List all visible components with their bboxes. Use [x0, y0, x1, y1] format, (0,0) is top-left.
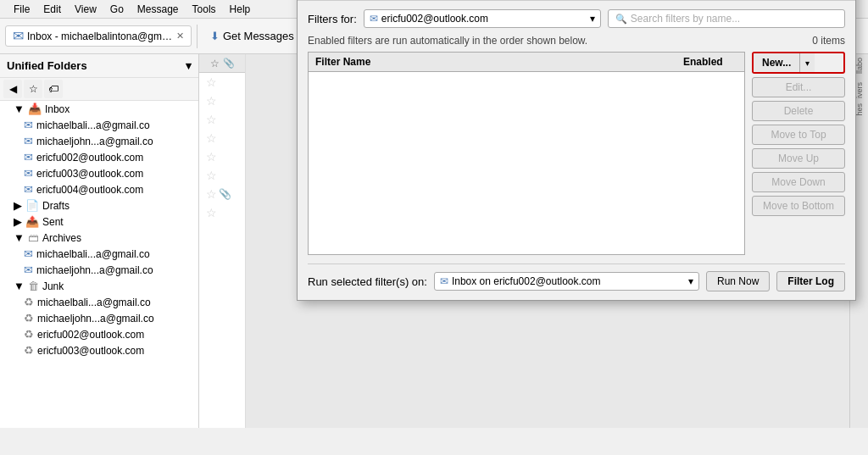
filter-table: Filter Name Enabled	[308, 52, 745, 255]
menu-message[interactable]: Message	[131, 2, 186, 17]
account-mail-icon-4: ✉	[24, 183, 33, 196]
msg-star-row-2: ☆	[199, 110, 245, 129]
sidebar-item-junk-account-0[interactable]: ♻ michaelbali...a@gmail.co	[0, 294, 198, 310]
archive-mail-icon-0: ✉	[24, 247, 33, 260]
sidebar-item-archive-account-1[interactable]: ✉ michaeljohn...a@gmail.co	[0, 262, 198, 278]
menu-edit[interactable]: Edit	[36, 2, 68, 17]
account-mail-icon-2: ✉	[24, 151, 33, 164]
menu-go[interactable]: Go	[103, 2, 131, 17]
msg-list-columns: ☆ 📎 ☆ ☆ ☆ ☆ ☆ ☆ ☆📎 ☆	[199, 54, 246, 428]
star-icon-6[interactable]: ☆	[206, 187, 217, 201]
account-select-value: ericfu002@outlook.com	[381, 13, 488, 25]
run-now-button[interactable]: Run Now	[706, 271, 770, 291]
new-button-group: New... ▾	[752, 52, 845, 74]
sidebar-tool-tag[interactable]: 🏷	[44, 80, 63, 98]
sidebar-item-junk-account-2[interactable]: ♻ ericfu002@outlook.com	[0, 326, 198, 342]
filters-account-select[interactable]: ✉ ericfu002@outlook.com ▾	[364, 9, 601, 28]
msg-star-row-5: ☆	[199, 166, 245, 185]
sidebar-item-archive-account-0[interactable]: ✉ michaelbali...a@gmail.co	[0, 246, 198, 262]
sidebar-item-account-0[interactable]: ✉ michaelbali...a@gmail.co	[0, 117, 198, 133]
filter-actions: New... ▾ Edit... Delete Move to Top Move…	[752, 52, 845, 255]
menu-file[interactable]: File	[7, 2, 36, 17]
items-count: 0 items	[812, 35, 845, 47]
sidebar-item-drafts[interactable]: ▶ 📄 Drafts	[0, 197, 198, 214]
account-mail-icon-3: ✉	[24, 167, 33, 180]
sidebar-item-inbox[interactable]: ▼ 📥 Inbox	[0, 101, 198, 117]
get-messages-icon: ⬇	[210, 30, 220, 42]
new-button[interactable]: New...	[754, 53, 799, 72]
col-enabled: Enabled	[676, 53, 744, 71]
msg-star-row-6: ☆📎	[199, 185, 245, 203]
run-account-mail-icon: ✉	[440, 275, 448, 287]
hes-text: hes	[855, 103, 864, 116]
account-mail-icon-1: ✉	[24, 135, 33, 147]
junk-icon-1: ♻	[24, 312, 34, 325]
sidebar-tool-back[interactable]: ◀	[3, 80, 22, 98]
sidebar-item-account-3[interactable]: ✉ ericfu003@outlook.com	[0, 165, 198, 181]
move-down-button[interactable]: Move Down	[752, 172, 845, 192]
sidebar-title: Unified Folders	[7, 59, 87, 72]
move-to-bottom-button[interactable]: Move to Bottom	[752, 196, 845, 216]
sidebar: Unified Folders ▾ ◀ ☆ 🏷 ▼ 📥 Inbox ✉ mich…	[0, 54, 199, 428]
delete-button[interactable]: Delete	[752, 101, 845, 121]
inbox-tab-label[interactable]: Inbox - michaelbalintona@gma...	[27, 31, 173, 42]
star-icon-2[interactable]: ☆	[206, 113, 217, 126]
sent-expand-icon: ▶	[14, 215, 22, 228]
dialog-body: Filters for: ✉ ericfu002@outlook.com ▾ 🔍…	[298, 1, 855, 300]
sent-label: Sent	[42, 216, 64, 228]
star-icon-3[interactable]: ☆	[206, 131, 217, 145]
sidebar-item-account-4[interactable]: ✉ ericfu004@outlook.com	[0, 181, 198, 197]
run-select-dropdown-icon: ▾	[688, 275, 693, 287]
junk-icon-3: ♻	[24, 344, 34, 357]
star-icon-0[interactable]: ☆	[206, 75, 217, 89]
new-dropdown-button[interactable]: ▾	[799, 53, 815, 72]
junk-label: Junk	[42, 280, 64, 292]
star-icon-7[interactable]: ☆	[206, 206, 217, 219]
main-layout: Unified Folders ▾ ◀ ☆ 🏷 ▼ 📥 Inbox ✉ mich…	[0, 54, 868, 428]
filter-log-button[interactable]: Filter Log	[776, 271, 845, 291]
run-account-select[interactable]: ✉ Inbox on ericfu002@outlook.com ▾	[434, 272, 699, 291]
sidebar-header: Unified Folders ▾	[0, 54, 198, 78]
move-up-button[interactable]: Move Up	[752, 148, 845, 169]
filter-table-header: Filter Name Enabled	[309, 53, 744, 72]
filters-for-label: Filters for:	[308, 13, 357, 25]
sidebar-item-account-2[interactable]: ✉ ericfu002@outlook.com	[0, 149, 198, 165]
star-icon-1[interactable]: ☆	[206, 94, 217, 108]
sidebar-item-junk-account-3[interactable]: ♻ ericfu003@outlook.com	[0, 342, 198, 358]
tab-close-icon[interactable]: ✕	[176, 31, 184, 42]
rivers-text: ivers	[855, 82, 864, 98]
sidebar-tool-star[interactable]: ☆	[24, 80, 42, 98]
archives-label: Archives	[42, 232, 81, 244]
menu-view[interactable]: View	[68, 2, 103, 17]
menu-tools[interactable]: Tools	[186, 2, 223, 17]
sidebar-item-archives[interactable]: ▼ 🗃 Archives	[0, 230, 198, 246]
star-icon-5[interactable]: ☆	[206, 169, 217, 182]
archives-folder-icon: 🗃	[28, 231, 39, 244]
get-messages-button[interactable]: ⬇ Get Messages ▾	[203, 25, 309, 47]
msg-star-row-7: ☆	[199, 203, 245, 222]
search-filters-field[interactable]: 🔍 Search filters by name...	[608, 9, 845, 28]
drafts-label: Drafts	[42, 200, 70, 212]
archives-expand-icon: ▼	[14, 231, 25, 244]
menu-help[interactable]: Help	[223, 2, 258, 17]
msg-star-row-4: ☆	[199, 147, 245, 166]
info-row: Enabled filters are run automatically in…	[308, 35, 845, 47]
sidebar-item-junk-account-1[interactable]: ♻ michaeljohn...a@gmail.co	[0, 310, 198, 326]
inbox-icon: ✉	[13, 28, 24, 44]
star-icon-4[interactable]: ☆	[206, 150, 217, 164]
account-mail-icon: ✉	[370, 13, 378, 25]
sidebar-item-sent[interactable]: ▶ 📤 Sent	[0, 214, 198, 230]
content-area: 🔵 Message Filters — □ ✕ Filters for: ✉ e…	[246, 54, 868, 428]
sidebar-item-account-1[interactable]: ✉ michaeljohn...a@gmail.co	[0, 133, 198, 149]
drafts-folder-icon: 📄	[25, 199, 39, 212]
info-text: Enabled filters are run automatically in…	[308, 35, 587, 47]
message-filters-dialog: 🔵 Message Filters — □ ✕ Filters for: ✉ e…	[297, 0, 856, 301]
move-to-top-button[interactable]: Move to Top	[752, 125, 845, 145]
search-placeholder-text: Search filters by name...	[631, 13, 740, 25]
edit-button[interactable]: Edit...	[752, 77, 845, 97]
sidebar-dropdown-icon[interactable]: ▾	[186, 59, 192, 72]
inbox-expand-icon: ▼	[14, 103, 25, 115]
collab-text: llabo	[855, 58, 864, 74]
msg-star-row-3: ☆	[199, 129, 245, 147]
sidebar-item-junk[interactable]: ▼ 🗑 Junk	[0, 278, 198, 294]
